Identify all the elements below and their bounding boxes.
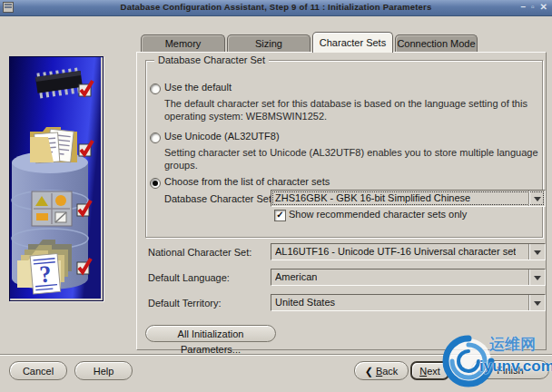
- use-unicode-desc-line2: groups.: [164, 160, 198, 171]
- default-territory-label: Default Territory:: [148, 298, 222, 309]
- use-unicode-desc-line1: Setting character set to Unicode (AL32UT…: [164, 147, 538, 158]
- radio-use-unicode[interactable]: [150, 132, 161, 143]
- db-charset-select[interactable]: ZHS16GBK - GBK 16-bit Simplified Chinese: [271, 190, 546, 207]
- national-charset-value: AL16UTF16 - Unicode UTF-16 Universal cha…: [275, 246, 516, 257]
- default-language-select[interactable]: American: [271, 269, 546, 286]
- default-territory-value: United States: [275, 297, 335, 308]
- default-territory-select[interactable]: United States: [271, 294, 546, 311]
- shapes-grid-icon: [32, 191, 72, 226]
- tab-connection-mode[interactable]: Connection Mode: [395, 34, 478, 52]
- close-button[interactable]: ✕: [540, 1, 547, 14]
- db-charset-value: ZHS16GBK - GBK 16-bit Simplified Chinese: [275, 192, 470, 203]
- maximize-button[interactable]: ▫: [531, 1, 535, 14]
- default-language-label: Default Language:: [148, 272, 230, 283]
- sidebar-panel: ?: [9, 56, 104, 301]
- chevron-left-icon: ❮: [365, 366, 373, 377]
- cancel-button[interactable]: Cancel: [9, 361, 67, 380]
- radio-use-unicode-label[interactable]: Use Unicode (AL32UTF8): [164, 131, 280, 142]
- recommended-checkbox[interactable]: ✓: [274, 210, 286, 221]
- tab-sizing[interactable]: Sizing: [227, 34, 310, 52]
- svg-text:?: ?: [38, 260, 52, 288]
- use-default-desc-line1: The default character set for this datab…: [164, 98, 527, 109]
- default-language-value: American: [275, 271, 317, 282]
- chevron-down-icon[interactable]: [528, 191, 545, 206]
- use-default-desc-line2: operating system: WE8MSWIN1252.: [164, 111, 327, 122]
- sidebar-illustration: ?: [10, 57, 101, 299]
- db-charset-label: Database Character Set:: [164, 193, 274, 204]
- recommended-checkbox-label[interactable]: Show recommended character sets only: [289, 209, 467, 220]
- bottom-separator: [0, 354, 552, 356]
- next-button[interactable]: Next: [410, 361, 449, 380]
- all-init-params-button[interactable]: All Initialization Parameters...: [145, 325, 276, 342]
- chevron-down-icon[interactable]: [528, 295, 545, 310]
- finish-button[interactable]: Finish: [471, 360, 549, 379]
- tab-character-sets[interactable]: Character Sets: [312, 32, 393, 53]
- tab-memory[interactable]: Memory: [141, 34, 225, 52]
- chevron-down-icon[interactable]: [528, 244, 545, 260]
- national-charset-label: National Character Set:: [148, 247, 251, 258]
- national-charset-select[interactable]: AL16UTF16 - Unicode UTF-16 Universal cha…: [271, 243, 546, 260]
- help-button[interactable]: Help: [74, 361, 133, 380]
- window-title: Database Configuration Assistant, Step 9…: [0, 2, 552, 12]
- radio-choose-list-label[interactable]: Choose from the list of character sets: [164, 176, 330, 187]
- dbca-window: Database Configuration Assistant, Step 9…: [0, 0, 552, 392]
- radio-use-default-label[interactable]: Use the default: [164, 82, 232, 93]
- chevron-down-icon[interactable]: [528, 270, 545, 285]
- window-titlebar: Database Configuration Assistant, Step 9…: [0, 0, 552, 16]
- radio-choose-list[interactable]: [150, 178, 161, 189]
- minimize-button[interactable]: –: [521, 1, 527, 14]
- radio-use-default[interactable]: [150, 83, 161, 94]
- back-button[interactable]: ❮ Back: [354, 361, 409, 380]
- groupbox-title: Database Character Set: [154, 54, 269, 65]
- folder-documents-icon: [30, 127, 77, 163]
